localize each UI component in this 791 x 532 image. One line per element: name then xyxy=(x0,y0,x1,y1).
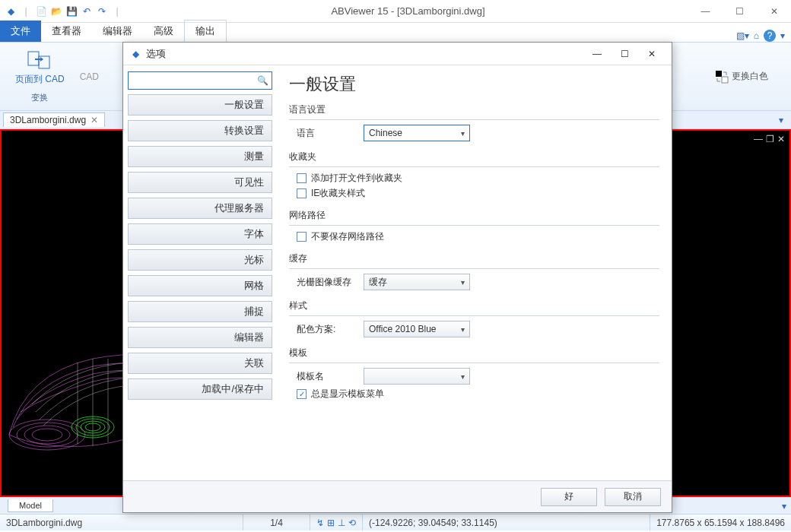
titlebar: ◆ | 📄 📂 💾 ↶ ↷ | ABViewer 15 - [3DLamborg… xyxy=(0,0,791,23)
window-controls: — ☐ ✕ xyxy=(688,0,791,23)
nav-proxy[interactable]: 代理服务器 xyxy=(128,198,272,219)
qat-sep: | xyxy=(20,5,32,17)
open-icon[interactable]: 📂 xyxy=(50,5,62,17)
ribbon-help-icon[interactable]: ? xyxy=(764,30,776,42)
section-cache: 缓存 光栅图像缓存 缓存 ▾ xyxy=(289,252,659,290)
cache-combo[interactable]: 缓存 ▾ xyxy=(364,274,470,290)
nav-loadsave[interactable]: 加载中/保存中 xyxy=(128,378,272,400)
nav-assoc[interactable]: 关联 xyxy=(128,353,272,374)
nav-editor[interactable]: 编辑器 xyxy=(128,327,272,348)
nav-font[interactable]: 字体 xyxy=(128,223,272,245)
language-combo[interactable]: Chinese ▾ xyxy=(364,125,470,141)
ribbon-tab-viewer[interactable]: 查看器 xyxy=(41,21,92,42)
status-extent: 177.8765 x 65.1594 x 188.8496 xyxy=(650,515,791,530)
chk-add-open-to-fav-label: 添加打开文件到收藏夹 xyxy=(311,172,402,185)
section-template-legend: 模板 xyxy=(289,347,659,359)
template-combo[interactable]: ▾ xyxy=(364,368,470,385)
dialog-body: 🔍 一般设置 转换设置 测量 可见性 代理服务器 字体 光标 网格 捕捉 编辑器… xyxy=(123,65,672,480)
dialog-footer: 好 取消 xyxy=(123,480,672,512)
dialog-maximize-button[interactable]: ☐ xyxy=(611,43,638,65)
checkbox-checked-icon: ✓ xyxy=(297,389,307,399)
svg-point-6 xyxy=(24,426,70,444)
section-cache-legend: 缓存 xyxy=(289,252,659,265)
chk-dont-save-net-label: 不要保存网络路径 xyxy=(311,230,384,243)
status-bar: 3DLamborgini.dwg 1/4 ↯ ⊞ ⊥ ⟲ (-124.9226;… xyxy=(0,514,791,530)
section-network: 网络路径 不要保存网络路径 xyxy=(289,209,659,243)
save-icon[interactable]: 💾 xyxy=(65,5,78,17)
ribbon-tab-output[interactable]: 输出 xyxy=(184,20,227,42)
options-search[interactable]: 🔍 xyxy=(128,71,272,90)
ribbon-tab-editor[interactable]: 编辑器 xyxy=(92,21,143,42)
page-to-cad-label: 页面到 CAD xyxy=(15,73,65,86)
nav-grid[interactable]: 网格 xyxy=(128,275,272,296)
ribbon-help-drop-icon[interactable]: ▾ xyxy=(780,30,785,41)
ribbon-home-icon[interactable]: ⌂ xyxy=(754,30,759,41)
ribbon-tool1-icon[interactable]: ▧▾ xyxy=(736,30,749,41)
style-combo[interactable]: Office 2010 Blue ▾ xyxy=(364,321,470,337)
status-icon-2[interactable]: ⊞ xyxy=(327,518,335,528)
content-heading: 一般设置 xyxy=(289,73,659,96)
nav-visibility[interactable]: 可见性 xyxy=(128,172,272,193)
document-tab[interactable]: 3DLamborgini.dwg ✕ xyxy=(3,112,105,127)
nav-cursor[interactable]: 光标 xyxy=(128,249,272,271)
cancel-button[interactable]: 取消 xyxy=(605,488,661,506)
undo-icon[interactable]: ↶ xyxy=(81,5,93,17)
chk-always-show-template[interactable]: ✓ 总是显示模板菜单 xyxy=(297,388,659,401)
dialog-close-button[interactable]: ✕ xyxy=(638,43,666,65)
doctab-overflow-icon[interactable]: ▾ xyxy=(774,115,788,125)
status-toggle-icons: ↯ ⊞ ⊥ ⟲ xyxy=(310,515,363,530)
status-icon-1[interactable]: ↯ xyxy=(316,518,324,528)
style-label: 配色方案: xyxy=(297,323,357,336)
status-icon-4[interactable]: ⟲ xyxy=(348,518,356,528)
document-tab-close-icon[interactable]: ✕ xyxy=(91,115,98,125)
options-dialog: ◆ 选项 — ☐ ✕ 🔍 一般设置 转换设置 测量 可见性 代理服务器 字体 光… xyxy=(122,42,672,513)
status-icon-3[interactable]: ⊥ xyxy=(338,518,345,528)
dialog-content: 一般设置 语言设置 语言 Chinese ▾ 收藏夹 添加打开文件到收藏夹 xyxy=(277,65,672,480)
chk-ie-fav-style[interactable]: IE收藏夹样式 xyxy=(297,187,659,200)
nav-snap[interactable]: 捕捉 xyxy=(128,301,272,322)
section-style: 样式 配色方案: Office 2010 Blue ▾ xyxy=(289,299,659,337)
chk-dont-save-net[interactable]: 不要保存网络路径 xyxy=(297,230,659,243)
ribbon-group-cad: CAD xyxy=(72,71,106,82)
svg-rect-2 xyxy=(716,71,722,77)
ok-button[interactable]: 好 xyxy=(541,488,597,506)
nav-convert[interactable]: 转换设置 xyxy=(128,120,272,141)
layout-tab-model[interactable]: Model xyxy=(8,499,53,512)
swap-color-icon xyxy=(715,70,729,84)
chk-always-show-template-label: 总是显示模板菜单 xyxy=(311,388,384,401)
checkbox-icon xyxy=(297,173,307,183)
search-icon[interactable]: 🔍 xyxy=(257,75,268,86)
options-search-input[interactable] xyxy=(132,75,257,86)
section-favorites-legend: 收藏夹 xyxy=(289,150,659,163)
new-icon[interactable]: 📄 xyxy=(35,5,47,17)
close-button[interactable]: ✕ xyxy=(757,0,791,23)
ribbon-right-tools: ▧▾ ⌂ ? ▾ xyxy=(736,30,791,42)
svg-point-7 xyxy=(32,429,62,441)
chevron-down-icon: ▾ xyxy=(461,372,465,381)
status-page: 1/4 xyxy=(243,515,310,530)
document-tab-label: 3DLamborgini.dwg xyxy=(10,115,86,125)
chk-add-open-to-fav[interactable]: 添加打开文件到收藏夹 xyxy=(297,172,659,185)
ribbon-tab-advanced[interactable]: 高级 xyxy=(143,21,184,42)
dialog-nav: 🔍 一般设置 转换设置 测量 可见性 代理服务器 字体 光标 网格 捕捉 编辑器… xyxy=(123,65,277,480)
ribbon-tab-file[interactable]: 文件 xyxy=(0,21,41,42)
svg-point-4 xyxy=(9,420,85,450)
dialog-minimize-button[interactable]: — xyxy=(583,43,611,65)
vp-close-icon[interactable]: ✕ xyxy=(777,134,785,144)
checkbox-icon xyxy=(297,188,307,198)
change-white-button[interactable]: 更换白色 xyxy=(715,70,768,84)
maximize-button[interactable]: ☐ xyxy=(723,0,757,23)
nav-measure[interactable]: 测量 xyxy=(128,146,272,167)
page-to-cad-button[interactable]: 页面到 CAD xyxy=(15,47,65,86)
window-title: ABViewer 15 - [3DLamborgini.dwg] xyxy=(128,5,688,17)
checkbox-icon xyxy=(297,232,307,242)
quick-access-toolbar: ◆ | 📄 📂 💾 ↶ ↷ | xyxy=(0,5,128,17)
layout-overflow-icon[interactable]: ▾ xyxy=(777,501,791,511)
nav-general[interactable]: 一般设置 xyxy=(128,94,272,116)
minimize-button[interactable]: — xyxy=(688,0,723,23)
vp-min-icon[interactable]: — xyxy=(754,134,763,144)
redo-icon[interactable]: ↷ xyxy=(96,5,108,17)
status-coords: (-124.9226; 39.04549; 33.1145) xyxy=(363,515,650,530)
vp-restore-icon[interactable]: ❐ xyxy=(766,134,774,144)
chevron-down-icon: ▾ xyxy=(461,325,465,334)
